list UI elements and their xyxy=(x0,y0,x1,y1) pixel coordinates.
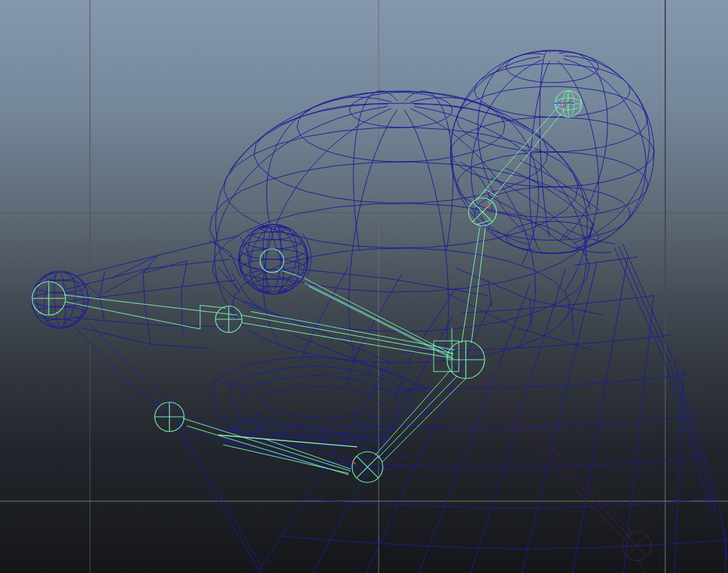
nose-joint[interactable] xyxy=(32,282,66,315)
jaw-tip-joint[interactable] xyxy=(155,402,184,431)
head-base-joint[interactable] xyxy=(447,341,485,379)
ear-tip-joint[interactable] xyxy=(555,91,582,117)
3d-viewport[interactable] xyxy=(0,0,728,573)
snout-joint[interactable] xyxy=(215,306,242,333)
viewport-canvas xyxy=(0,0,728,573)
